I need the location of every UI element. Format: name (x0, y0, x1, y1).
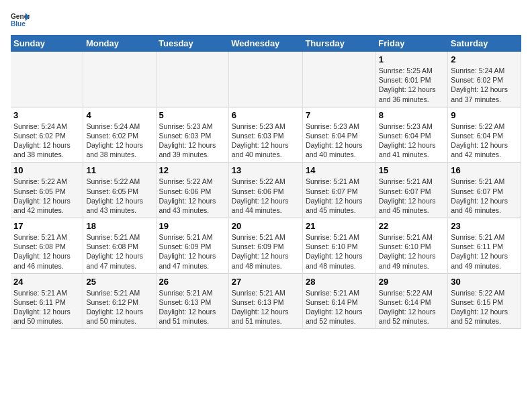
calendar-cell: 30Sunrise: 5:22 AM Sunset: 6:15 PM Dayli… (448, 273, 521, 329)
calendar-cell: 4Sunrise: 5:24 AM Sunset: 6:02 PM Daylig… (83, 107, 156, 163)
col-header-sunday: Sunday (11, 35, 83, 52)
calendar-cell: 28Sunrise: 5:21 AM Sunset: 6:14 PM Dayli… (302, 273, 375, 329)
logo: General Blue (11, 11, 30, 30)
day-info: Sunrise: 5:23 AM Sunset: 6:04 PM Dayligh… (306, 122, 373, 160)
day-number: 4 (86, 110, 152, 120)
day-number: 22 (379, 221, 445, 231)
col-header-thursday: Thursday (302, 35, 375, 52)
day-number: 8 (379, 110, 445, 120)
calendar-cell: 12Sunrise: 5:22 AM Sunset: 6:06 PM Dayli… (156, 163, 228, 218)
col-header-wednesday: Wednesday (228, 35, 302, 52)
day-number: 12 (159, 165, 226, 175)
day-number: 21 (306, 221, 373, 231)
day-info: Sunrise: 5:24 AM Sunset: 6:02 PM Dayligh… (13, 122, 80, 160)
day-info: Sunrise: 5:21 AM Sunset: 6:10 PM Dayligh… (379, 232, 445, 271)
calendar-cell (83, 52, 156, 107)
calendar-cell: 17Sunrise: 5:21 AM Sunset: 6:08 PM Dayli… (11, 218, 83, 274)
day-number: 28 (306, 277, 373, 287)
day-number: 30 (451, 277, 518, 287)
calendar-cell: 26Sunrise: 5:21 AM Sunset: 6:13 PM Dayli… (156, 273, 228, 329)
day-info: Sunrise: 5:21 AM Sunset: 6:09 PM Dayligh… (232, 232, 300, 271)
day-info: Sunrise: 5:21 AM Sunset: 6:13 PM Dayligh… (232, 288, 300, 326)
day-info: Sunrise: 5:22 AM Sunset: 6:06 PM Dayligh… (232, 177, 300, 215)
calendar-cell: 20Sunrise: 5:21 AM Sunset: 6:09 PM Dayli… (228, 218, 302, 274)
calendar-cell: 29Sunrise: 5:22 AM Sunset: 6:14 PM Dayli… (375, 273, 447, 329)
calendar-cell: 13Sunrise: 5:22 AM Sunset: 6:06 PM Dayli… (228, 163, 302, 218)
calendar-cell (228, 52, 302, 107)
day-number: 6 (232, 110, 300, 120)
day-number: 23 (451, 221, 518, 231)
day-info: Sunrise: 5:22 AM Sunset: 6:04 PM Dayligh… (451, 122, 518, 160)
calendar-cell (11, 52, 83, 107)
day-info: Sunrise: 5:21 AM Sunset: 6:07 PM Dayligh… (379, 177, 445, 215)
day-number: 26 (159, 277, 226, 287)
day-number: 17 (13, 221, 80, 231)
day-number: 2 (451, 54, 518, 64)
calendar-cell (156, 52, 228, 107)
calendar-table: SundayMondayTuesdayWednesdayThursdayFrid… (11, 35, 521, 329)
calendar-cell: 21Sunrise: 5:21 AM Sunset: 6:10 PM Dayli… (302, 218, 375, 274)
calendar-cell: 14Sunrise: 5:21 AM Sunset: 6:07 PM Dayli… (302, 163, 375, 218)
day-info: Sunrise: 5:24 AM Sunset: 6:02 PM Dayligh… (451, 66, 518, 104)
day-info: Sunrise: 5:21 AM Sunset: 6:11 PM Dayligh… (13, 288, 80, 326)
day-info: Sunrise: 5:23 AM Sunset: 6:04 PM Dayligh… (379, 122, 445, 160)
svg-text:Blue: Blue (11, 20, 26, 28)
day-number: 15 (379, 165, 445, 175)
calendar-cell: 7Sunrise: 5:23 AM Sunset: 6:04 PM Daylig… (302, 107, 375, 163)
day-number: 20 (232, 221, 300, 231)
day-number: 11 (86, 165, 152, 175)
day-info: Sunrise: 5:23 AM Sunset: 6:03 PM Dayligh… (232, 122, 300, 160)
day-info: Sunrise: 5:21 AM Sunset: 6:07 PM Dayligh… (451, 177, 518, 215)
day-info: Sunrise: 5:23 AM Sunset: 6:03 PM Dayligh… (159, 122, 226, 160)
col-header-friday: Friday (375, 35, 447, 52)
day-number: 14 (306, 165, 373, 175)
day-number: 29 (379, 277, 445, 287)
col-header-monday: Monday (83, 35, 156, 52)
calendar-cell: 23Sunrise: 5:21 AM Sunset: 6:11 PM Dayli… (448, 218, 521, 274)
day-number: 1 (379, 54, 445, 64)
calendar-cell: 11Sunrise: 5:22 AM Sunset: 6:05 PM Dayli… (83, 163, 156, 218)
day-number: 9 (451, 110, 518, 120)
calendar-cell: 18Sunrise: 5:21 AM Sunset: 6:08 PM Dayli… (83, 218, 156, 274)
calendar-cell: 24Sunrise: 5:21 AM Sunset: 6:11 PM Dayli… (11, 273, 83, 329)
day-info: Sunrise: 5:22 AM Sunset: 6:15 PM Dayligh… (451, 288, 518, 326)
calendar-cell: 2Sunrise: 5:24 AM Sunset: 6:02 PM Daylig… (448, 52, 521, 107)
day-info: Sunrise: 5:21 AM Sunset: 6:14 PM Dayligh… (306, 288, 373, 326)
calendar-cell: 1Sunrise: 5:25 AM Sunset: 6:01 PM Daylig… (375, 52, 447, 107)
day-number: 5 (159, 110, 226, 120)
day-number: 3 (13, 110, 80, 120)
day-number: 18 (86, 221, 152, 231)
day-info: Sunrise: 5:22 AM Sunset: 6:14 PM Dayligh… (379, 288, 445, 326)
day-info: Sunrise: 5:21 AM Sunset: 6:09 PM Dayligh… (159, 232, 226, 271)
day-info: Sunrise: 5:22 AM Sunset: 6:05 PM Dayligh… (86, 177, 152, 215)
calendar-cell: 6Sunrise: 5:23 AM Sunset: 6:03 PM Daylig… (228, 107, 302, 163)
day-info: Sunrise: 5:25 AM Sunset: 6:01 PM Dayligh… (379, 66, 445, 104)
calendar-cell: 10Sunrise: 5:22 AM Sunset: 6:05 PM Dayli… (11, 163, 83, 218)
calendar-cell: 16Sunrise: 5:21 AM Sunset: 6:07 PM Dayli… (448, 163, 521, 218)
day-number: 10 (13, 165, 80, 175)
calendar-cell: 5Sunrise: 5:23 AM Sunset: 6:03 PM Daylig… (156, 107, 228, 163)
calendar-cell: 3Sunrise: 5:24 AM Sunset: 6:02 PM Daylig… (11, 107, 83, 163)
day-info: Sunrise: 5:21 AM Sunset: 6:08 PM Dayligh… (86, 232, 152, 271)
logo-icon: General Blue (11, 11, 30, 30)
day-number: 7 (306, 110, 373, 120)
day-number: 13 (232, 165, 300, 175)
calendar-cell: 8Sunrise: 5:23 AM Sunset: 6:04 PM Daylig… (375, 107, 447, 163)
day-info: Sunrise: 5:21 AM Sunset: 6:07 PM Dayligh… (306, 177, 373, 215)
day-number: 24 (13, 277, 80, 287)
day-number: 25 (86, 277, 152, 287)
day-number: 27 (232, 277, 300, 287)
calendar-cell: 25Sunrise: 5:21 AM Sunset: 6:12 PM Dayli… (83, 273, 156, 329)
day-info: Sunrise: 5:21 AM Sunset: 6:12 PM Dayligh… (86, 288, 152, 326)
col-header-saturday: Saturday (448, 35, 521, 52)
day-info: Sunrise: 5:21 AM Sunset: 6:11 PM Dayligh… (451, 232, 518, 271)
day-info: Sunrise: 5:21 AM Sunset: 6:13 PM Dayligh… (159, 288, 226, 326)
calendar-cell: 22Sunrise: 5:21 AM Sunset: 6:10 PM Dayli… (375, 218, 447, 274)
day-number: 16 (451, 165, 518, 175)
calendar-cell: 15Sunrise: 5:21 AM Sunset: 6:07 PM Dayli… (375, 163, 447, 218)
day-info: Sunrise: 5:22 AM Sunset: 6:06 PM Dayligh… (159, 177, 226, 215)
calendar-cell: 19Sunrise: 5:21 AM Sunset: 6:09 PM Dayli… (156, 218, 228, 274)
day-info: Sunrise: 5:24 AM Sunset: 6:02 PM Dayligh… (86, 122, 152, 160)
day-number: 19 (159, 221, 226, 231)
calendar-cell: 27Sunrise: 5:21 AM Sunset: 6:13 PM Dayli… (228, 273, 302, 329)
